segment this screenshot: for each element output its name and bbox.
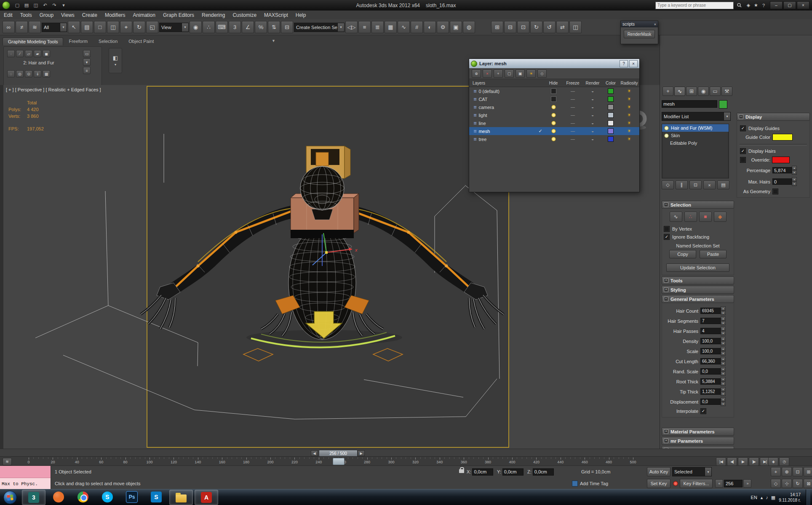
previous-key-button[interactable]: « <box>715 479 723 488</box>
mr-parameters-rollout-header[interactable]: +mr Parameters <box>662 437 734 445</box>
panel-pin-icon[interactable]: ▾ <box>83 58 91 66</box>
preview-subobject-icon[interactable]: ◎ <box>16 70 24 77</box>
render-toggle[interactable]: ◒ <box>583 97 602 101</box>
time-slider-prev-icon[interactable]: ◀ <box>311 450 318 456</box>
snap-toggle-3d-icon[interactable]: 3 <box>229 21 241 33</box>
hide-toggle[interactable] <box>544 113 563 117</box>
displacement-field[interactable]: 0,0 <box>700 399 721 405</box>
maximize-button[interactable]: ▢ <box>783 1 796 9</box>
render-toggle[interactable]: ◒ <box>583 129 602 133</box>
hidden-icons-icon[interactable]: ▴ <box>761 495 763 500</box>
inherit-container-icon[interactable]: ⊟ <box>504 21 516 33</box>
rand-scale-spinner[interactable]: ▴▾ <box>721 367 726 376</box>
hide-toggle[interactable] <box>544 129 563 133</box>
max-hairs-field[interactable]: 0 <box>772 178 792 185</box>
time-slider-handle[interactable]: 256 / 500 <box>319 450 358 457</box>
general-parameters-rollout-header[interactable]: −General Parameters <box>662 295 734 303</box>
tip-thick-spinner[interactable]: ▴▾ <box>721 387 726 396</box>
y-coordinate-field[interactable]: 0,0cm <box>502 468 524 476</box>
quick-access-dropdown-icon[interactable]: ▾ <box>59 2 68 9</box>
curve-editor-icon[interactable]: ∿ <box>398 21 410 33</box>
select-polygons-icon[interactable]: ◆ <box>714 212 727 222</box>
ribbon-flyout-button[interactable]: ◧ ▾ <box>109 48 122 73</box>
display-rollout-header[interactable]: −Display <box>737 113 810 121</box>
rendermask-button[interactable]: RenderMask <box>624 30 655 38</box>
hair-count-spinner[interactable]: ▴▾ <box>721 306 726 315</box>
ribbon-tab-freeform[interactable]: Freeform <box>63 37 93 45</box>
select-and-rotate-icon[interactable]: ↻ <box>133 21 145 33</box>
set-key-button[interactable]: Set Key <box>647 479 670 488</box>
select-guides-icon[interactable]: ∿ <box>670 212 682 222</box>
override-checkbox[interactable] <box>740 157 746 163</box>
highlight-selected-objects-layer-icon[interactable]: ▣ <box>516 69 525 78</box>
rectangular-selection-region-icon[interactable]: □ <box>94 21 106 33</box>
start-button[interactable] <box>3 491 17 504</box>
modifier-hair-and-fur-wsm[interactable]: Hair and Fur (WSM) <box>662 124 729 132</box>
select-and-manipulate-icon[interactable]: ∴ <box>203 21 215 33</box>
rand-scale-field[interactable]: 0,0 <box>700 368 721 375</box>
mirror-icon[interactable]: ◁▷ <box>345 21 358 33</box>
modifier-skin[interactable]: Skin <box>662 132 729 139</box>
tools-rollout-header[interactable]: +Tools <box>662 276 734 284</box>
taskbar-photoshop[interactable]: Ps <box>120 490 143 504</box>
modifier-editable-poly[interactable]: Editable Poly <box>662 139 729 147</box>
freeze-toggle[interactable]: — <box>563 97 583 101</box>
preview-off-icon[interactable]: ◌ <box>7 70 15 77</box>
ribbon-tab-object-paint[interactable]: Object Paint <box>123 37 159 45</box>
layer-row-tree[interactable]: ≣tree—◒☀ <box>469 135 639 143</box>
freeze-toggle[interactable]: — <box>563 121 583 125</box>
key-set-dropdown[interactable]: Selected▾ <box>672 467 712 476</box>
hair-segments-field[interactable]: 7 <box>700 318 721 324</box>
tip-thick-field[interactable]: 1,1252 <box>700 388 721 395</box>
material-editor-icon[interactable]: ◐ <box>424 21 436 33</box>
hide-toggle[interactable] <box>544 88 563 94</box>
select-vertices-icon[interactable]: ∴ <box>684 212 697 222</box>
zoom-extents-icon[interactable]: ⊡ <box>793 467 803 476</box>
x-coordinate-field[interactable]: 0,0cm <box>472 468 493 476</box>
hair-segments-spinner[interactable]: ▴▾ <box>721 316 726 325</box>
zoom-extents-all-icon[interactable]: ⊞ <box>804 467 812 476</box>
render-toggle[interactable]: ◒ <box>583 113 602 117</box>
communication-center-icon[interactable]: ◈ <box>745 2 752 9</box>
edit-named-selection-sets-icon[interactable]: ⊟ <box>281 21 293 33</box>
ribbon-tab-graphite-modeling-tools[interactable]: Graphite Modeling Tools <box>3 37 63 45</box>
pin-stack-button[interactable]: ◇ <box>662 181 674 189</box>
add-selection-to-layer-icon[interactable]: + <box>494 69 503 78</box>
show-desktop-button[interactable] <box>806 489 810 505</box>
display-tab[interactable]: ▭ <box>710 87 721 96</box>
macro-recorder-line[interactable] <box>0 466 51 478</box>
vertex-mode-icon[interactable]: ∙ <box>7 50 15 57</box>
layer-color-swatch[interactable] <box>602 104 619 110</box>
make-unique-button[interactable]: ⊡ <box>689 181 702 189</box>
layer-color-swatch[interactable] <box>602 96 619 102</box>
radiosity-toggle[interactable]: ☀ <box>619 88 639 94</box>
help-icon[interactable]: ? <box>760 2 767 9</box>
hide-toggle[interactable] <box>544 96 563 102</box>
radiosity-toggle[interactable]: ☀ <box>619 112 639 118</box>
taskbar-file-explorer[interactable] <box>169 490 193 505</box>
object-name-field[interactable]: mesh <box>662 100 717 108</box>
field-of-view-icon[interactable]: ◇ <box>771 479 781 488</box>
copy-button[interactable]: Copy <box>669 250 696 258</box>
layer-row-light[interactable]: ≣light—◒☀ <box>469 111 639 119</box>
play-button[interactable]: ▶ <box>738 457 748 466</box>
guide-color-swatch[interactable] <box>772 134 793 141</box>
menu-graph-editors[interactable]: Graph Editors <box>159 11 198 19</box>
angle-snap-icon[interactable]: ∠ <box>242 21 254 33</box>
undo-icon[interactable]: ↶ <box>41 2 49 9</box>
minimize-button[interactable]: – <box>770 1 783 9</box>
previous-frame-button[interactable]: ◀| <box>727 457 737 466</box>
language-indicator[interactable]: EN <box>751 495 757 500</box>
utilities-tab[interactable]: ⚒ <box>721 87 732 96</box>
hide-unhide-all-icon[interactable]: ☀ <box>526 69 536 78</box>
select-highlighted-objects-icon[interactable]: ▢ <box>505 69 514 78</box>
collapse-stack-icon[interactable]: ⇓ <box>34 70 41 77</box>
hide-toggle[interactable] <box>544 105 563 109</box>
graphite-ribbon-toggle-icon[interactable]: ▦ <box>385 21 397 33</box>
spinner-snap-icon[interactable]: ⇅ <box>268 21 280 33</box>
freeze-toggle[interactable]: — <box>563 137 583 141</box>
network-icon[interactable]: ▦ <box>771 495 775 500</box>
scale-spinner[interactable]: ▴▾ <box>721 347 726 356</box>
hierarchy-tab[interactable]: ⊞ <box>686 87 697 96</box>
save-container-icon[interactable]: ◫ <box>569 21 582 33</box>
